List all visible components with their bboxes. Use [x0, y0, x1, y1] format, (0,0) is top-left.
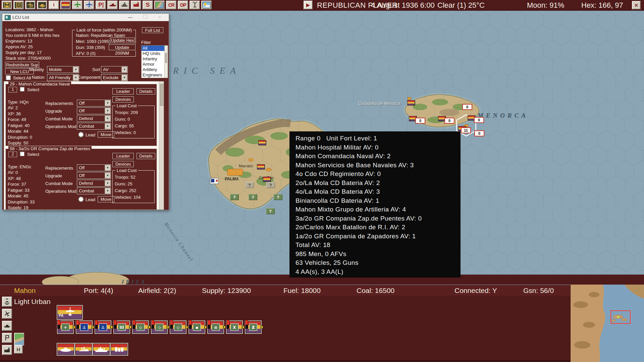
leader-button[interactable]: Leader	[112, 153, 134, 159]
toolbar-task-force-button[interactable]	[107, 1, 118, 9]
toolbar-flag-button[interactable]	[60, 1, 71, 9]
nation-dropdown[interactable]: All Friendly▼	[47, 74, 79, 81]
ground-unit-counter[interactable]: ⚓	[95, 321, 111, 333]
map-unknown-unit[interactable]: ?	[266, 182, 275, 188]
map-unknown-unit[interactable]: ?	[245, 182, 254, 188]
move-button[interactable]: Move	[98, 131, 114, 138]
filter-scrollbar[interactable]	[164, 46, 168, 78]
map-av-counter[interactable]: 0	[415, 118, 425, 124]
filter-listbox[interactable]: All HQ Units Infantry Armor Artillery En…	[141, 45, 168, 78]
airfield-tab-button[interactable]	[2, 309, 12, 319]
toolbar-ship-list-button[interactable]	[119, 1, 129, 9]
select-all-checkbox[interactable]	[6, 75, 11, 80]
ground-unit-counter[interactable]: ⚓	[76, 321, 92, 333]
filter-item-artillery[interactable]: Artillery	[142, 67, 168, 72]
toolbar-supply-button[interactable]: S	[143, 1, 153, 9]
naval-tab-button[interactable]	[2, 321, 12, 331]
ground-unit-counter[interactable]: ▪	[189, 321, 205, 333]
scrollbar-thumb[interactable]	[160, 84, 164, 106]
components-dropdown[interactable]: Exclude▼	[101, 74, 128, 81]
ground-unit-counter[interactable]: Ƶ	[246, 321, 261, 333]
lcu-window-titlebar[interactable]: LCU List — ×	[2, 14, 169, 21]
chevron-down-icon[interactable]: ▼	[105, 180, 110, 186]
map-unknown-unit[interactable]: ?	[249, 194, 257, 200]
minimize-icon[interactable]: —	[128, 14, 132, 20]
ship-counter[interactable]	[93, 344, 110, 355]
map-thumbnail[interactable]	[14, 333, 24, 346]
ground-unit-counter[interactable]: III	[114, 321, 129, 333]
map-av-counter[interactable]: 0	[474, 117, 484, 123]
devices-button[interactable]: Devices	[112, 96, 134, 103]
map-unknown-unit[interactable]: ?	[230, 194, 239, 200]
toolbar-combat-report-button[interactable]: CR	[166, 1, 176, 9]
ship-counter[interactable]	[57, 344, 74, 355]
filter-item-infantry[interactable]: Infantry	[142, 56, 168, 62]
map-naval-counter[interactable]	[210, 178, 219, 184]
map-unit-flag[interactable]	[407, 100, 415, 105]
ship-counter[interactable]	[75, 344, 92, 355]
ground-unit-counter[interactable]: X	[227, 321, 242, 333]
upgrade-dropdown[interactable]: Off▼	[77, 172, 111, 179]
turn-play-button[interactable]: ▶	[304, 1, 313, 9]
details-button[interactable]: Details	[137, 88, 155, 95]
toolbar-air-groups-button[interactable]	[84, 1, 94, 9]
map-av-counter[interactable]: 0	[474, 130, 484, 136]
window-close-icon[interactable]: ×	[158, 14, 161, 20]
devices-button[interactable]: Devices	[112, 161, 134, 167]
chevron-down-icon[interactable]: ▼	[105, 108, 110, 114]
chevron-down-icon[interactable]: ▼	[105, 188, 110, 194]
port-tab-button[interactable]	[2, 297, 12, 307]
base-name[interactable]: Mahon	[14, 285, 36, 296]
chevron-down-icon[interactable]: ▼	[121, 75, 127, 80]
filter-item-hq[interactable]: HQ Units	[142, 51, 168, 56]
toolbar-weather-button[interactable]	[201, 1, 212, 9]
toolbar-save-button[interactable]	[2, 1, 12, 9]
chevron-down-icon[interactable]: ▼	[73, 67, 78, 72]
air-group-counter[interactable]: PA	[57, 306, 82, 319]
details-button[interactable]: Details	[137, 153, 155, 159]
map-unit-flag[interactable]	[258, 140, 266, 145]
toolbar-industry-button[interactable]	[131, 1, 141, 9]
replacements-dropdown[interactable]: Off▼	[77, 164, 111, 171]
minimap[interactable]	[570, 285, 644, 362]
update-hex-button[interactable]: Update Hex	[110, 38, 135, 43]
operations-mode-dropdown[interactable]: Combat▼	[77, 123, 111, 130]
update-200nm-button[interactable]: Update 200NM	[109, 44, 136, 50]
move-button[interactable]: Move	[98, 196, 114, 202]
map-unknown-unit[interactable]: ?	[274, 194, 282, 200]
chevron-down-icon[interactable]: ▼	[105, 173, 110, 178]
toolbar-ground-units-button[interactable]: P	[96, 1, 106, 9]
map-unknown-unit[interactable]: ?	[266, 208, 275, 214]
toolbar-signal-button[interactable]	[190, 1, 200, 9]
toolbar-ship-transfer-button[interactable]: E	[37, 1, 47, 9]
chevron-down-icon[interactable]: ▼	[121, 67, 127, 72]
hq-button[interactable]: H	[14, 345, 23, 354]
ground-unit-counter[interactable]: ◇	[152, 321, 167, 333]
chevron-down-icon[interactable]: ▼	[105, 100, 110, 106]
upgrade-dropdown[interactable]: Off▼	[77, 107, 111, 114]
filter-item-all[interactable]: All	[142, 46, 168, 51]
map-unit-flag[interactable]	[257, 164, 265, 169]
replacements-dropdown[interactable]: Off▼	[77, 100, 111, 107]
map-av-counter[interactable]: 0	[462, 104, 472, 110]
leader-button[interactable]: Leader	[112, 88, 134, 95]
operations-mode-dropdown[interactable]: Combat▼	[77, 187, 111, 194]
chevron-down-icon[interactable]: ▼	[105, 123, 110, 129]
map-av-counter-selected[interactable]: 11	[461, 127, 471, 133]
full-list-button[interactable]: Full List	[142, 27, 163, 33]
ground-unit-counter[interactable]: +	[58, 321, 73, 333]
industry-tab-button[interactable]	[2, 345, 12, 355]
ground-unit-counter[interactable]: ≡	[208, 321, 223, 333]
combat-mode-dropdown[interactable]: Defend▼	[77, 115, 111, 122]
toolbar-orders-button[interactable]	[13, 1, 24, 9]
chevron-down-icon[interactable]: ▼	[105, 116, 110, 121]
combat-mode-dropdown[interactable]: Defend▼	[77, 180, 111, 187]
mobility-dropdown[interactable]: Mobile▼	[47, 66, 79, 73]
toolbar-operations-report-button[interactable]: OP	[178, 1, 188, 9]
toolbar-info-button[interactable]: i	[49, 1, 59, 9]
map-av-counter[interactable]: 0	[444, 118, 454, 124]
toolbar-air-units-button[interactable]	[72, 1, 83, 9]
sort-dropdown[interactable]: AV▼	[101, 66, 128, 73]
ground-unit-counter[interactable]: ◇	[170, 321, 186, 333]
unit-list-scrollbar[interactable]	[159, 81, 164, 210]
